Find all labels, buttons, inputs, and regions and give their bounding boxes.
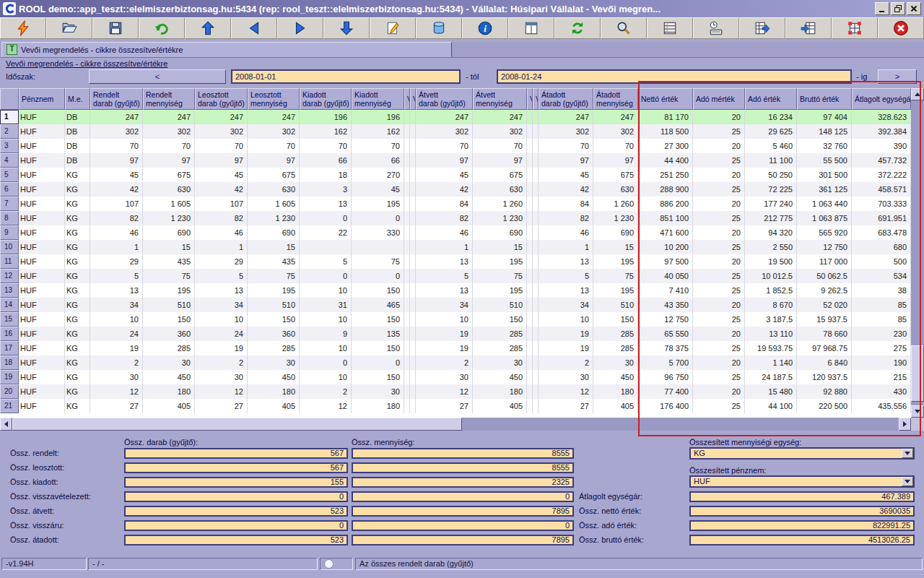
search-button[interactable] — [601, 17, 647, 39]
summary-darab-field[interactable]: 155 — [124, 477, 348, 488]
first-record-button[interactable] — [185, 17, 231, 39]
summary-darab-field[interactable]: 567 — [124, 448, 348, 459]
column-header-atadott_darab[interactable]: Átadott darab (gyűjtő) — [539, 88, 593, 110]
date-from-input[interactable]: 2008-01-01 — [231, 69, 461, 84]
summary-darab-field[interactable]: 0 — [124, 491, 348, 502]
row-number[interactable]: 18 — [0, 355, 19, 370]
previous-record-button[interactable] — [231, 17, 277, 39]
summary-darab-field[interactable]: 567 — [124, 462, 348, 473]
column-header-penznem[interactable]: Pénznem — [19, 88, 65, 110]
layout-button[interactable] — [508, 17, 554, 39]
edit-button[interactable] — [370, 17, 416, 39]
summary-mennyiseg-field[interactable]: 2325 — [352, 477, 574, 488]
table-row[interactable]: 15HUFKG101501015010150101501015012 75025… — [0, 312, 911, 327]
minimize-button[interactable] — [875, 2, 889, 15]
column-header-ado_mertek[interactable]: Adó mérték — [693, 88, 745, 110]
report-title-link[interactable]: Vevői megrendelés - cikkre összesítve/ér… — [6, 59, 167, 68]
column-header-leosztott_mennyiseg[interactable]: Leosztott mennyiség — [248, 88, 300, 110]
table-row[interactable]: 10HUFKG11511511511510 200252 55012 75068… — [0, 240, 911, 254]
scroll-down-button[interactable] — [911, 405, 924, 418]
table-row[interactable]: 18HUFKG230230002302305 700201 1406 84019… — [0, 355, 911, 370]
next-period-button[interactable]: > — [878, 69, 917, 84]
summary-mennyiseg-field[interactable]: 0 — [352, 520, 574, 531]
row-number[interactable]: 8 — [0, 211, 19, 225]
table-row[interactable]: 3HUFDB7070707070707070707027 300205 4603… — [0, 139, 911, 153]
summary-mennyiseg-field[interactable]: 7895 — [352, 506, 574, 517]
row-number[interactable]: 9 — [0, 225, 19, 240]
summary-right-value-field[interactable]: 822991.25 — [689, 520, 915, 531]
horizontal-scrollbar[interactable] — [0, 418, 911, 431]
summary-mennyiseg-field[interactable]: 8555 — [352, 448, 574, 459]
horizontal-scroll-thumb[interactable] — [12, 418, 462, 431]
table-row[interactable]: 13HUFKG13195131951015013195131957 410251… — [0, 283, 911, 298]
open-button[interactable] — [46, 17, 92, 39]
summary-darab-field[interactable]: 523 — [124, 506, 348, 517]
vertical-scrollbar[interactable] — [911, 88, 924, 418]
unit-dropdown[interactable]: KG — [689, 447, 915, 460]
exit-button[interactable] — [878, 17, 924, 39]
column-header-rownum[interactable] — [0, 88, 19, 110]
table-row[interactable]: 4HUFDB9797979766669797979744 4002511 100… — [0, 153, 911, 168]
select-region-button[interactable] — [832, 17, 878, 39]
table-view-button[interactable] — [647, 17, 693, 39]
column-header-kiadott_darab[interactable]: Kiadott darab (gyűjtő) — [300, 88, 352, 110]
table-row[interactable]: 2HUFDB302302302302162162302302302302118 … — [0, 124, 911, 139]
row-number[interactable]: 15 — [0, 312, 19, 327]
table-row[interactable]: 5HUFKG4567545675182704567545675251 25020… — [0, 168, 911, 182]
import-table-button[interactable] — [785, 17, 832, 39]
column-header-visszavetelezett_mennyiseg[interactable]: V — [410, 88, 416, 110]
summary-right-value-field[interactable]: 4513026.25 — [689, 535, 915, 545]
summary-mennyiseg-field[interactable]: 7895 — [352, 535, 574, 545]
summary-darab-field[interactable]: 523 — [124, 535, 348, 545]
row-number[interactable]: 21 — [0, 399, 19, 413]
vertical-scroll-thumb[interactable] — [911, 345, 924, 402]
currency-dropdown[interactable]: HUF — [689, 475, 915, 488]
column-header-atadott_mennyiseg[interactable]: Átadott mennyiség — [593, 88, 638, 110]
column-header-visszaru_darab[interactable]: V — [527, 88, 533, 110]
row-number[interactable]: 5 — [0, 168, 19, 182]
summary-right-value-field[interactable]: 3690035 — [689, 506, 915, 517]
table-row[interactable]: 8HUFKG821 230821 23000821 230821 230851 … — [0, 211, 911, 225]
table-row[interactable]: 1HUFDB24724724724719619624724724724781 1… — [0, 110, 911, 124]
column-header-netto_ertek[interactable]: Nettó érték — [638, 88, 693, 110]
tab-vevoi-megrendeles[interactable]: T Vevői megrendelés - cikkre összesítve/… — [1, 42, 452, 57]
column-header-kiadott_mennyiseg[interactable]: Kiadott mennyiség — [352, 88, 404, 110]
undo-button[interactable] — [139, 17, 185, 39]
unit-dropdown-button[interactable] — [902, 449, 913, 458]
row-number[interactable]: 20 — [0, 384, 19, 399]
row-number[interactable]: 7 — [0, 197, 19, 211]
scroll-up-button[interactable] — [911, 88, 924, 100]
save-button[interactable] — [92, 17, 139, 39]
table-row[interactable]: 7HUFKG1071 6051071 60513195841 260841 26… — [0, 197, 911, 211]
table-row[interactable]: 14HUFKG345103451031465345103451043 35020… — [0, 298, 911, 312]
last-record-button[interactable] — [323, 17, 370, 39]
row-number[interactable]: 14 — [0, 298, 19, 312]
table-row[interactable]: 16HUFKG24360243609135192851928565 550201… — [0, 327, 911, 341]
column-header-rendelt_mennyiseg[interactable]: Rendelt mennyiség — [143, 88, 195, 110]
row-number[interactable]: 1 — [0, 110, 19, 124]
close-button[interactable] — [907, 2, 921, 15]
row-number[interactable]: 19 — [0, 370, 19, 384]
column-header-leosztott_darab[interactable]: Leosztott darab (gyűjtő) — [195, 88, 248, 110]
summary-right-value-field[interactable]: 467.389 — [689, 491, 915, 502]
table-row[interactable]: 17HUFKG192851928510150192851928578 37525… — [0, 341, 911, 355]
database-button[interactable] — [416, 17, 462, 39]
currency-dropdown-button[interactable] — [902, 477, 913, 486]
column-header-atvett_mennyiseg[interactable]: Átvett mennyiség — [473, 88, 527, 110]
row-number[interactable]: 17 — [0, 341, 19, 355]
summary-darab-field[interactable]: 0 — [124, 520, 348, 531]
row-number[interactable]: 16 — [0, 327, 19, 341]
date-to-input[interactable]: 2008-01-24 — [497, 69, 852, 84]
info-button[interactable]: i — [462, 17, 508, 39]
column-header-atvett_darab[interactable]: Átvett darab (gyűjtő) — [416, 88, 473, 110]
execute-button[interactable] — [0, 17, 46, 39]
column-header-ado_ertek[interactable]: Adó érték — [745, 88, 797, 110]
row-number[interactable]: 13 — [0, 283, 19, 298]
restore-button[interactable] — [891, 2, 905, 15]
row-number[interactable]: 2 — [0, 124, 19, 139]
scroll-left-button[interactable] — [0, 418, 12, 431]
column-header-visszavetelezett_darab[interactable]: V — [404, 88, 410, 110]
refresh-button[interactable] — [554, 17, 601, 39]
next-record-button[interactable] — [277, 17, 323, 39]
row-number[interactable]: 10 — [0, 240, 19, 254]
